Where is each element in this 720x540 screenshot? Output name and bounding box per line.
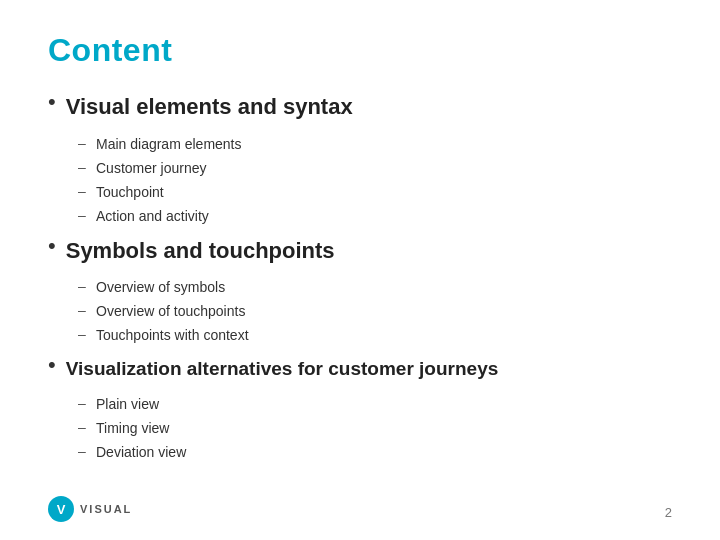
sub-item-label: Customer journey bbox=[96, 158, 207, 179]
dash-icon: – bbox=[78, 326, 88, 342]
dash-icon: – bbox=[78, 159, 88, 175]
list-item: – Deviation view bbox=[78, 442, 672, 463]
list-item: – Timing view bbox=[78, 418, 672, 439]
dash-icon: – bbox=[78, 443, 88, 459]
page-number: 2 bbox=[665, 505, 672, 520]
dash-icon: – bbox=[78, 419, 88, 435]
dash-icon: – bbox=[78, 278, 88, 294]
company-name: VISUAL bbox=[80, 503, 132, 515]
dash-icon: – bbox=[78, 207, 88, 223]
list-item: – Touchpoints with context bbox=[78, 325, 672, 346]
section-3-sub-list: – Plain view – Timing view – Deviation v… bbox=[78, 394, 672, 463]
list-item: – Customer journey bbox=[78, 158, 672, 179]
sub-item-label: Overview of touchpoints bbox=[96, 301, 245, 322]
list-item: – Overview of touchpoints bbox=[78, 301, 672, 322]
sub-item-label: Action and activity bbox=[96, 206, 209, 227]
bullet-dot-1: • bbox=[48, 91, 56, 113]
sub-item-label: Touchpoints with context bbox=[96, 325, 249, 346]
slide: Content • Visual elements and syntax – M… bbox=[0, 0, 720, 540]
dash-icon: – bbox=[78, 183, 88, 199]
sub-item-label: Deviation view bbox=[96, 442, 186, 463]
dash-icon: – bbox=[78, 395, 88, 411]
section-3: • Visualization alternatives for custome… bbox=[48, 356, 672, 463]
bullet-dot-2: • bbox=[48, 235, 56, 257]
section-2-title: Symbols and touchpoints bbox=[66, 237, 335, 266]
dash-icon: – bbox=[78, 302, 88, 318]
sub-item-label: Touchpoint bbox=[96, 182, 164, 203]
section-1: • Visual elements and syntax – Main diag… bbox=[48, 93, 672, 227]
content-list: • Visual elements and syntax – Main diag… bbox=[48, 93, 672, 463]
list-item: – Touchpoint bbox=[78, 182, 672, 203]
sub-item-label: Timing view bbox=[96, 418, 169, 439]
section-1-title: Visual elements and syntax bbox=[66, 93, 353, 122]
company-logo: V bbox=[48, 496, 74, 522]
dash-icon: – bbox=[78, 135, 88, 151]
bullet-dot-3: • bbox=[48, 354, 56, 376]
list-item: – Main diagram elements bbox=[78, 134, 672, 155]
sub-item-label: Plain view bbox=[96, 394, 159, 415]
list-item: – Overview of symbols bbox=[78, 277, 672, 298]
section-2: • Symbols and touchpoints – Overview of … bbox=[48, 237, 672, 347]
slide-title: Content bbox=[48, 32, 672, 69]
footer: V VISUAL bbox=[48, 496, 132, 522]
sub-item-label: Overview of symbols bbox=[96, 277, 225, 298]
section-2-sub-list: – Overview of symbols – Overview of touc… bbox=[78, 277, 672, 346]
section-1-sub-list: – Main diagram elements – Customer journ… bbox=[78, 134, 672, 227]
list-item: – Action and activity bbox=[78, 206, 672, 227]
section-3-title: Visualization alternatives for customer … bbox=[66, 356, 499, 382]
sub-item-label: Main diagram elements bbox=[96, 134, 242, 155]
logo-letter: V bbox=[57, 502, 66, 517]
list-item: – Plain view bbox=[78, 394, 672, 415]
